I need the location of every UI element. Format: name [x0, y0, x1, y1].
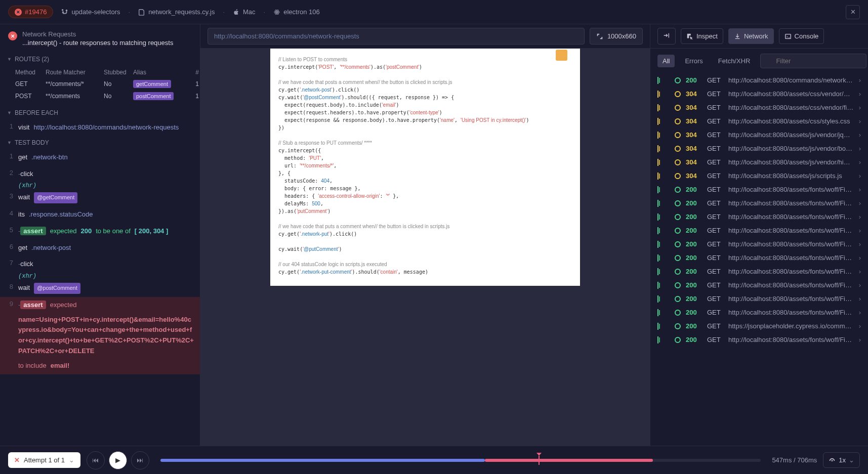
command-row[interactable]: 8wait @postComment [0, 280, 200, 297]
chevron-down-icon: ▼ [7, 140, 12, 145]
network-row[interactable]: 200GEThttp://localhost:8080/assets/fonts… [650, 183, 868, 196]
before-each-header[interactable]: ▼ BEFORE EACH [0, 106, 200, 119]
status-icon [675, 146, 681, 152]
timing-bar [657, 268, 670, 275]
network-row[interactable]: 200GEThttp://localhost:8080/assets/fonts… [650, 210, 868, 224]
step-back-icon: ⏮ [92, 456, 99, 464]
timing-bar [657, 227, 670, 234]
filter-all[interactable]: All [657, 55, 675, 67]
step-back-button[interactable]: ⏮ [87, 451, 105, 469]
breadcrumb-spec[interactable]: network_requests.cy.js [138, 8, 215, 16]
timeline-progress-pass [160, 459, 485, 462]
network-row[interactable]: 304GEThttp://localhost:8080/assets/js/ve… [650, 142, 868, 155]
routes-row[interactable]: GET**/comments/*NogetComment1 [0, 78, 200, 90]
command-row[interactable]: 1 visit http://localhost:8080/commands/n… [0, 119, 200, 136]
test-header: ✕ Network Requests ...intercept() - rout… [0, 24, 200, 53]
http-method: GET [707, 199, 723, 207]
status-icon [675, 310, 681, 316]
network-row[interactable]: 200GEThttp://localhost:8080/assets/fonts… [650, 251, 868, 265]
status-icon [675, 91, 681, 97]
http-method: GET [707, 131, 723, 139]
timeline-marker[interactable] [539, 456, 540, 465]
chevron-down-icon: ▼ [7, 110, 12, 115]
aut-iframe[interactable]: // Listen to POST to comments cy.interce… [270, 49, 580, 286]
test-title: Network Requests [22, 30, 173, 38]
fail-icon: ✕ [8, 31, 17, 40]
network-row[interactable]: 200GEThttp://localhost:8080/assets/fonts… [650, 265, 868, 278]
status-icon [675, 118, 681, 124]
close-button[interactable]: ✕ [846, 5, 860, 19]
status-icon [675, 187, 681, 193]
status-code: 200 [686, 322, 702, 330]
filter-input[interactable] [760, 54, 866, 68]
network-row[interactable]: 304GEThttp://localhost:8080/assets/css/s… [650, 114, 868, 128]
network-row[interactable]: 304GEThttp://localhost:8080/assets/css/v… [650, 101, 868, 114]
request-url: http://localhost:8080/assets/js/vendor/j… [728, 131, 854, 139]
routes-row[interactable]: POST**/commentsNopostComment1 [0, 90, 200, 102]
network-row[interactable]: 200GEThttp://localhost:8080/assets/fonts… [650, 278, 868, 292]
filter-fetch[interactable]: Fetch/XHR [713, 55, 756, 67]
apple-icon [233, 9, 240, 16]
fail-icon: ✕ [14, 456, 20, 464]
chevron-right-icon: › [859, 295, 861, 303]
command-row[interactable]: 6get .network-post [0, 240, 200, 256]
panel-toggle-button[interactable] [657, 28, 676, 45]
aut-preview: // Listen to POST to comments cy.interce… [200, 49, 650, 446]
command-row[interactable]: 3wait @getComment [0, 189, 200, 206]
issue-badge[interactable]: ✕ #19476 [8, 6, 53, 18]
command-row[interactable]: 9-assert expected name=Using+POST+in+cy.… [0, 297, 200, 374]
command-row[interactable]: 4its .response.statusCode [0, 206, 200, 223]
network-row[interactable]: 304GEThttp://localhost:8080/assets/js/sc… [650, 169, 868, 183]
timing-bar [657, 77, 670, 84]
http-method: GET [707, 76, 723, 84]
chevron-right-icon: › [859, 240, 861, 248]
url-input[interactable] [208, 28, 585, 45]
step-forward-button[interactable]: ⏭ [131, 451, 149, 469]
inspect-button[interactable]: Inspect [681, 28, 723, 44]
command-log-panel: ✕ Network Requests ...intercept() - rout… [0, 24, 200, 446]
network-row[interactable]: 200GEThttp://localhost:8080/assets/fonts… [650, 196, 868, 210]
network-row[interactable]: 200GEThttp://localhost:8080/assets/fonts… [650, 237, 868, 251]
download-icon [734, 33, 741, 40]
status-icon [675, 282, 681, 288]
status-icon [675, 77, 681, 83]
network-row[interactable]: 200GEThttp://localhost:8080/assets/fonts… [650, 333, 868, 347]
network-row[interactable]: 200GEThttps://jsonplaceholder.cypress.io… [650, 319, 868, 333]
breadcrumb-branch[interactable]: update-selectors [61, 8, 120, 16]
play-button[interactable]: ▶ [109, 451, 127, 469]
network-row[interactable]: 200GEThttp://localhost:8080/commands/net… [650, 73, 868, 87]
network-row[interactable]: 304GEThttp://localhost:8080/assets/js/ve… [650, 155, 868, 169]
request-url: http://localhost:8080/assets/fonts/woff/… [728, 240, 854, 248]
viewport-button[interactable]: 1000x660 [590, 28, 643, 45]
attempt-selector[interactable]: ✕ Attempt 1 of 1 ⌄ [8, 452, 80, 468]
timing-bar [657, 323, 670, 330]
command-row[interactable]: 1get .network-btn [0, 149, 200, 166]
chevron-right-icon: › [859, 213, 861, 221]
status-code: 200 [686, 199, 702, 207]
network-row[interactable]: 200GEThttp://localhost:8080/assets/fonts… [650, 224, 868, 237]
command-row[interactable]: 7-click [0, 256, 200, 273]
console-tab[interactable]: Console [779, 28, 824, 44]
network-row[interactable]: 304GEThttp://localhost:8080/assets/css/v… [650, 87, 868, 101]
timing-bar [657, 173, 670, 180]
xhr-indicator: (xhr) [0, 273, 200, 280]
network-row[interactable]: 304GEThttp://localhost:8080/assets/js/ve… [650, 128, 868, 142]
command-row[interactable]: 5-assert expected 200 to be one of [ 200… [0, 223, 200, 240]
status-code: 304 [686, 145, 702, 152]
timeline[interactable] [160, 459, 761, 462]
network-row[interactable]: 200GEThttp://localhost:8080/assets/fonts… [650, 292, 868, 306]
timing-bar [657, 145, 670, 152]
network-row[interactable]: 200GEThttp://localhost:8080/assets/fonts… [650, 306, 868, 319]
svg-point-0 [276, 11, 278, 13]
http-method: GET [707, 158, 723, 166]
network-tab[interactable]: Network [728, 28, 774, 44]
speed-selector[interactable]: 1x ⌄ [823, 452, 860, 468]
command-row[interactable]: 2-click [0, 166, 200, 183]
error-icon: ✕ [15, 9, 22, 16]
filter-errors[interactable]: Errors [680, 55, 708, 67]
test-body-header[interactable]: ▼ TEST BODY [0, 136, 200, 149]
routes-section-header[interactable]: ▼ ROUTES (2) [0, 53, 200, 66]
chevron-right-icon: › [859, 322, 861, 330]
status-icon [675, 228, 681, 234]
play-controls: ⏮ ▶ ⏭ [87, 451, 149, 469]
